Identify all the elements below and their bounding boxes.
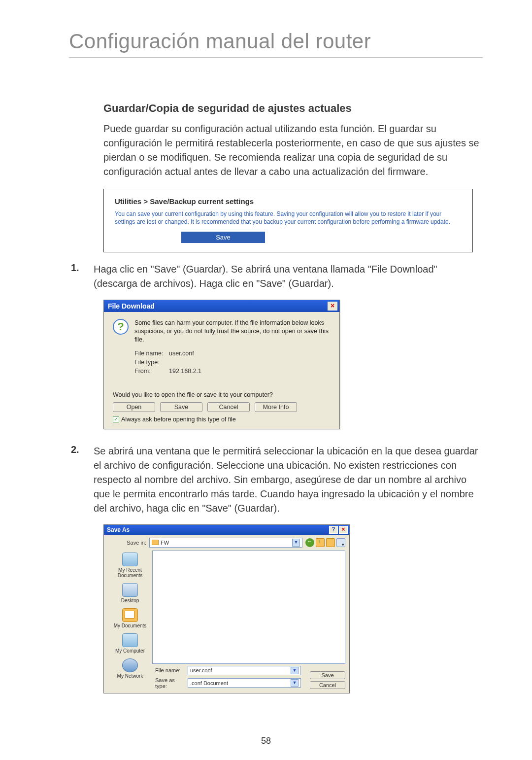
close-icon[interactable]: ×	[328, 302, 337, 311]
places-desktop[interactable]: Desktop	[108, 583, 152, 603]
question-icon: ?	[113, 319, 129, 335]
close-icon[interactable]: ×	[339, 526, 348, 534]
file-list-area[interactable]	[152, 551, 345, 664]
new-folder-icon[interactable]	[326, 538, 335, 547]
savein-combo[interactable]: FW ▼	[149, 538, 302, 548]
prompt-text: Would you like to open the file or save …	[113, 391, 331, 398]
step-number: 1.	[69, 262, 94, 291]
recent-docs-icon	[122, 553, 138, 566]
dialog-titlebar: Save As ? ×	[104, 525, 349, 535]
step-1: 1. Haga clic en "Save" (Guardar). Se abr…	[69, 262, 483, 291]
view-menu-icon[interactable]	[336, 538, 345, 547]
savein-label: Save in:	[108, 540, 146, 546]
my-documents-icon	[122, 608, 138, 622]
step-2: 2. Se abrirá una ventana que le permitir…	[69, 444, 483, 516]
filename-value: user.conf	[169, 350, 194, 357]
save-button[interactable]: Save	[181, 232, 265, 243]
desktop-icon	[122, 583, 138, 597]
up-one-level-icon[interactable]	[316, 538, 325, 547]
from-label: From:	[134, 368, 169, 375]
filename-label: File name:	[134, 350, 169, 357]
section-heading: Guardar/Copia de seguridad de ajustes ac…	[103, 102, 483, 115]
page-title: Configuración manual del router	[69, 30, 483, 58]
chevron-down-icon[interactable]: ▼	[291, 667, 299, 674]
my-computer-icon	[122, 633, 138, 647]
folder-icon	[152, 540, 159, 545]
my-network-icon	[122, 658, 138, 672]
more-info-button[interactable]: More Info	[255, 402, 297, 412]
places-recent[interactable]: My Recent Documents	[108, 553, 152, 578]
filename-input[interactable]: user.conf ▼	[188, 666, 301, 675]
file-download-dialog: File Download × ? Some files can harm yo…	[103, 300, 340, 429]
places-mycomp[interactable]: My Computer	[108, 633, 152, 654]
chevron-down-icon[interactable]: ▼	[291, 679, 299, 687]
utilities-panel-screenshot: Utilities > Save/Backup current settings…	[103, 189, 473, 252]
checkbox-label: Always ask before opening this type of f…	[121, 416, 236, 423]
breadcrumb: Utilities > Save/Backup current settings	[115, 197, 462, 206]
cancel-button[interactable]: Cancel	[310, 681, 345, 689]
save-button[interactable]: Save	[160, 402, 202, 412]
step-number: 2.	[69, 444, 94, 516]
open-button[interactable]: Open	[113, 402, 155, 412]
save-as-dialog: Save As ? × Save in: FW ▼	[103, 524, 350, 693]
panel-description: You can save your current configuration …	[115, 210, 462, 226]
dialog-titlebar: File Download ×	[104, 300, 339, 312]
step-text: Haga clic en "Save" (Guardar). Se abrirá…	[94, 262, 483, 291]
intro-paragraph: Puede guardar su configuración actual ut…	[103, 122, 483, 179]
save-button[interactable]: Save	[310, 671, 345, 679]
from-value: 192.168.2.1	[169, 368, 201, 375]
dialog-title: Save As	[107, 526, 130, 533]
cancel-button[interactable]: Cancel	[207, 402, 250, 412]
places-mynet[interactable]: My Network	[108, 658, 152, 679]
saveas-type-combo[interactable]: .conf Document ▼	[188, 678, 301, 688]
places-bar: My Recent Documents Desktop My Documents…	[108, 551, 152, 664]
dialog-title: File Download	[108, 302, 155, 310]
filetype-label: File type:	[134, 359, 169, 366]
page-number: 58	[0, 736, 532, 746]
savein-value: FW	[161, 540, 169, 546]
always-ask-checkbox[interactable]: ✓	[113, 416, 119, 422]
chevron-down-icon[interactable]: ▼	[292, 539, 300, 547]
warning-text: Some files can harm your computer. If th…	[134, 319, 331, 344]
saveas-type-label: Save as type:	[155, 677, 186, 689]
back-icon[interactable]	[305, 538, 314, 547]
places-mydocs[interactable]: My Documents	[108, 608, 152, 628]
help-icon[interactable]: ?	[329, 526, 338, 534]
step-text: Se abrirá una ventana que le permitirá s…	[94, 444, 483, 516]
filename-label: File name:	[155, 667, 186, 673]
